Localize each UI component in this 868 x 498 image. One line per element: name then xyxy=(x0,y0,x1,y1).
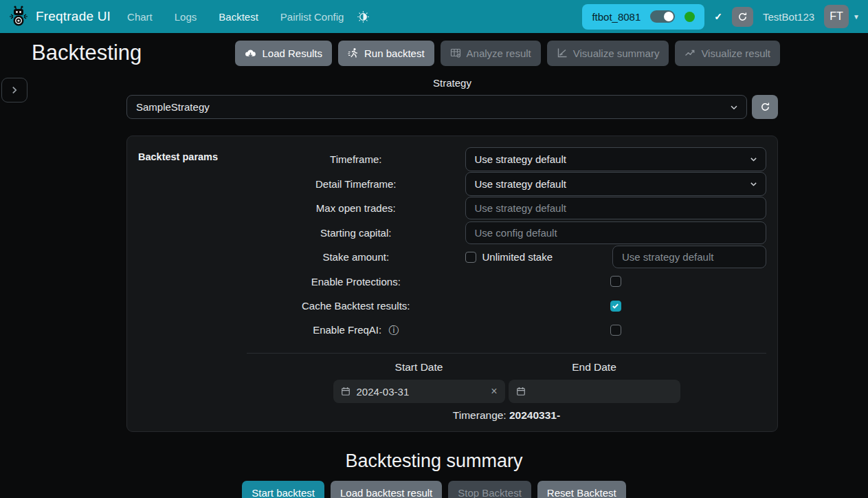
button-label: Load Results xyxy=(262,47,322,59)
logged-in-username: TestBot123 xyxy=(763,11,814,23)
unlimited-stake-checkbox[interactable] xyxy=(465,252,476,263)
panel-legend: Backtest params xyxy=(138,147,247,422)
timerange-value: 20240331- xyxy=(509,409,560,421)
check-icon: ✓ xyxy=(714,11,722,22)
analyze-result-button[interactable]: Analyze result xyxy=(441,41,541,66)
enable-freqai-checkbox[interactable] xyxy=(610,325,621,336)
header-buttons: Load Results Run backtest A xyxy=(235,41,780,66)
reset-backtest-button[interactable]: Reset Backtest xyxy=(537,481,626,498)
chevron-down-icon: ▼ xyxy=(853,13,860,21)
timerange-label: Timerange: xyxy=(453,409,507,421)
start-date-input[interactable]: 2024-03-31 × xyxy=(333,380,505,403)
page-header: Backtesting Load Results Run backtest xyxy=(0,33,868,67)
graph-up-icon xyxy=(685,47,695,58)
form-row-max-open-trades: Max open trades: xyxy=(247,196,766,221)
run-icon xyxy=(348,47,359,58)
refresh-button[interactable] xyxy=(732,7,753,27)
user-menu[interactable]: FT ▼ xyxy=(824,5,860,28)
button-label: Analyze result xyxy=(467,47,531,59)
chevron-down-icon xyxy=(749,155,758,164)
timerange-display: Timerange: 20240331- xyxy=(247,409,766,422)
freqtrade-robot-logo-icon xyxy=(8,6,29,28)
app-title: Freqtrade UI xyxy=(36,9,111,24)
button-label: Start backtest xyxy=(252,487,315,498)
field-label: Detail Timeframe: xyxy=(247,178,465,190)
calendar-icon xyxy=(516,387,526,396)
cloud-download-icon xyxy=(245,47,256,59)
bot-toggle-switch[interactable] xyxy=(650,10,675,23)
clear-date-icon[interactable]: × xyxy=(491,385,497,398)
start-date-label: Start Date xyxy=(333,361,505,374)
start-date-column: Start Date 2024-03-31 × xyxy=(333,361,505,403)
end-date-column: End Date xyxy=(509,361,680,403)
chart-line-icon xyxy=(557,47,568,58)
calendar-icon xyxy=(341,387,350,396)
timeframe-select[interactable]: Use strategy default xyxy=(465,147,766,171)
page-title: Backtesting xyxy=(32,41,142,65)
field-label: Max open trades: xyxy=(247,202,465,214)
form-row-enable-protections: Enable Protections: xyxy=(247,270,766,294)
select-value: Use strategy default xyxy=(475,178,566,190)
form-row-detail-timeframe: Detail Timeframe: Use strategy default xyxy=(247,172,766,197)
bot-online-status-dot xyxy=(685,12,695,22)
form-row-cache-backtest-results: Cache Backtest results: xyxy=(247,294,766,318)
brand[interactable]: Freqtrade UI xyxy=(8,6,111,28)
button-label: Stop Backtest xyxy=(458,487,522,498)
field-label-text: Enable FreqAI: xyxy=(313,324,381,336)
starting-capital-input[interactable] xyxy=(465,221,766,244)
navbar-right: ftbot_8081 ✓ TestBot123 FT ▼ xyxy=(582,4,860,30)
summary-buttons: Start backtest Load backtest result Stop… xyxy=(0,481,868,498)
field-label: Cache Backtest results: xyxy=(247,300,465,312)
field-label: Enable FreqAI: ⓘ xyxy=(247,324,465,337)
nav-links: Chart Logs Backtest Pairlist Config xyxy=(127,11,344,23)
bot-name: ftbot_8081 xyxy=(592,11,641,23)
button-label: Load backtest result xyxy=(340,487,432,498)
backtest-params-panel: Backtest params Timeframe: Use strategy … xyxy=(126,136,778,432)
stake-amount-input[interactable] xyxy=(612,246,766,268)
info-icon[interactable]: ⓘ xyxy=(388,324,399,336)
button-label: Run backtest xyxy=(364,47,425,59)
end-date-input[interactable] xyxy=(509,380,680,403)
strategy-select[interactable]: SampleStrategy xyxy=(126,95,747,119)
timerange-section: Start Date 2024-03-31 × End Date xyxy=(247,361,766,403)
end-date-label: End Date xyxy=(509,361,680,374)
backtest-params-form: Timeframe: Use strategy default Detail T… xyxy=(247,147,766,422)
nav-link-backtest[interactable]: Backtest xyxy=(219,11,258,23)
cache-backtest-results-checkbox[interactable] xyxy=(610,301,621,312)
visualize-summary-button[interactable]: Visualize summary xyxy=(547,41,669,66)
chevron-right-icon xyxy=(10,85,19,95)
strategy-section: Strategy SampleStrategy xyxy=(126,77,778,119)
stop-backtest-button[interactable]: Stop Backtest xyxy=(448,481,531,498)
visualize-result-button[interactable]: Visualize result xyxy=(675,41,780,66)
start-backtest-button[interactable]: Start backtest xyxy=(242,481,324,498)
run-backtest-button[interactable]: Run backtest xyxy=(338,41,434,66)
form-row-starting-capital: Starting capital: xyxy=(247,221,766,246)
bot-selector[interactable]: ftbot_8081 xyxy=(582,4,704,30)
nav-link-pairlist-config[interactable]: Pairlist Config xyxy=(280,11,344,23)
detail-timeframe-select[interactable]: Use strategy default xyxy=(465,172,766,196)
max-open-trades-input[interactable] xyxy=(465,197,766,219)
sidebar-expand-button[interactable] xyxy=(1,78,27,102)
strategy-refresh-button[interactable] xyxy=(752,95,778,119)
load-backtest-result-button[interactable]: Load backtest result xyxy=(331,481,442,498)
user-avatar[interactable]: FT xyxy=(824,5,849,28)
button-label: Visualize summary xyxy=(573,47,660,59)
field-label: Timeframe: xyxy=(247,153,465,165)
form-row-enable-freqai: Enable FreqAI: ⓘ xyxy=(247,318,766,343)
chevron-down-icon xyxy=(729,102,739,112)
select-value: Use strategy default xyxy=(475,153,566,165)
enable-protections-checkbox[interactable] xyxy=(610,276,621,287)
load-results-button[interactable]: Load Results xyxy=(235,41,332,66)
field-label: Starting capital: xyxy=(247,227,465,239)
summary-title: Backtesting summary xyxy=(0,451,868,472)
divider xyxy=(247,353,766,354)
checkbox-label[interactable]: Unlimited stake xyxy=(482,251,553,263)
chevron-down-icon xyxy=(749,180,758,188)
start-date-value: 2024-03-31 xyxy=(357,386,410,398)
theme-toggle-icon[interactable] xyxy=(357,11,369,23)
strategy-selected-value: SampleStrategy xyxy=(136,101,210,113)
nav-link-logs[interactable]: Logs xyxy=(175,11,197,23)
field-label: Enable Protections: xyxy=(247,276,465,288)
nav-link-chart[interactable]: Chart xyxy=(127,11,153,23)
form-row-stake-amount: Stake amount: Unlimited stake xyxy=(247,245,766,270)
